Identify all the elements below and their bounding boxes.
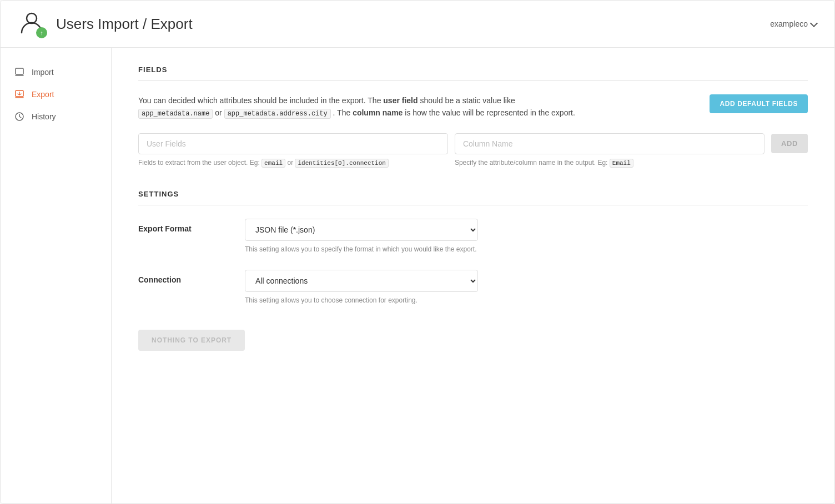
fields-desc-text5: is how the value will be represented in … bbox=[405, 108, 575, 117]
main-content: FIELDS You can decided which attributes … bbox=[112, 48, 834, 503]
column-hint-code: Email bbox=[610, 159, 633, 168]
settings-section: SETTINGS Export Format JSON file (*.json… bbox=[138, 190, 808, 351]
user-fields-hint: Fields to extract from the user object. … bbox=[138, 158, 448, 168]
fields-divider bbox=[138, 80, 808, 81]
body: Import Export bbox=[1, 48, 834, 503]
header-left: ↑ Users Import / Export bbox=[18, 9, 193, 38]
header: ↑ Users Import / Export exampleco bbox=[1, 1, 834, 48]
account-selector[interactable]: exampleco bbox=[770, 19, 817, 28]
sidebar-item-export[interactable]: Export bbox=[1, 83, 111, 105]
settings-divider bbox=[138, 205, 808, 205]
fields-desc-text1: You can decided which attributes should … bbox=[138, 96, 383, 105]
sidebar: Import Export bbox=[1, 48, 112, 503]
user-fields-hint-text: Fields to extract from the user object. … bbox=[138, 159, 261, 167]
column-name-hint: Specify the attribute/column name in the… bbox=[455, 158, 764, 168]
fields-desc-text3: or bbox=[215, 108, 224, 117]
fields-code1: app_metadata.name bbox=[138, 109, 213, 119]
fields-header: You can decided which attributes should … bbox=[138, 94, 808, 120]
connection-row: Connection All connections Username-Pass… bbox=[138, 270, 808, 305]
nothing-to-export-button: NOTHING TO EXPORT bbox=[138, 330, 245, 351]
fields-section-title: FIELDS bbox=[138, 65, 808, 74]
sidebar-item-history-label: History bbox=[32, 112, 56, 121]
sidebar-item-export-label: Export bbox=[32, 90, 54, 99]
fields-code2: app_metadata.address.city bbox=[224, 109, 331, 119]
fields-input-row: Fields to extract from the user object. … bbox=[138, 133, 808, 168]
logo-icon: ↑ bbox=[18, 9, 47, 38]
user-fields-hint-code2: identities[0].connection bbox=[295, 159, 388, 168]
connection-select[interactable]: All connections Username-Password-Authen… bbox=[245, 270, 478, 292]
column-hint-text: Specify the attribute/column name in the… bbox=[455, 159, 610, 167]
export-format-select[interactable]: JSON file (*.json) CSV file (*.csv) bbox=[245, 219, 478, 241]
fields-desc-bold1: user field bbox=[383, 96, 418, 105]
user-fields-hint-code1: email bbox=[261, 159, 285, 168]
sidebar-item-import[interactable]: Import bbox=[1, 61, 111, 83]
export-format-row: Export Format JSON file (*.json) CSV fil… bbox=[138, 219, 808, 254]
user-fields-hint-or: or bbox=[287, 159, 295, 167]
fields-section: FIELDS You can decided which attributes … bbox=[138, 65, 808, 168]
page-title: Users Import / Export bbox=[56, 16, 193, 33]
export-icon bbox=[14, 89, 25, 100]
connection-hint: This setting allows you to choose connec… bbox=[245, 295, 478, 305]
svg-point-0 bbox=[27, 13, 37, 23]
sidebar-item-import-label: Import bbox=[32, 68, 54, 77]
settings-section-title: SETTINGS bbox=[138, 190, 808, 198]
export-format-label: Export Format bbox=[138, 219, 227, 233]
add-default-fields-button[interactable]: ADD DEFAULT FIELDS bbox=[710, 94, 808, 113]
user-fields-group: Fields to extract from the user object. … bbox=[138, 133, 448, 168]
column-name-group: Specify the attribute/column name in the… bbox=[455, 133, 764, 168]
column-name-input[interactable] bbox=[455, 133, 764, 154]
account-name: exampleco bbox=[770, 19, 808, 28]
connection-label: Connection bbox=[138, 270, 227, 284]
fields-desc-text2: should be a static value like bbox=[420, 96, 515, 105]
chevron-down-icon bbox=[810, 19, 818, 27]
user-fields-input[interactable] bbox=[138, 133, 448, 154]
fields-description: You can decided which attributes should … bbox=[138, 94, 582, 120]
export-format-hint: This setting allows you to specify the f… bbox=[245, 244, 478, 254]
connection-field: All connections Username-Password-Authen… bbox=[245, 270, 478, 305]
history-icon bbox=[14, 111, 25, 122]
svg-rect-1 bbox=[16, 68, 23, 74]
import-icon bbox=[14, 67, 25, 78]
export-format-field: JSON file (*.json) CSV file (*.csv) This… bbox=[245, 219, 478, 254]
logo-badge: ↑ bbox=[36, 27, 47, 38]
fields-desc-text4: . The bbox=[333, 108, 353, 117]
sidebar-item-history[interactable]: History bbox=[1, 105, 111, 128]
add-field-button: ADD bbox=[771, 134, 808, 153]
fields-desc-bold2: column name bbox=[353, 108, 403, 117]
